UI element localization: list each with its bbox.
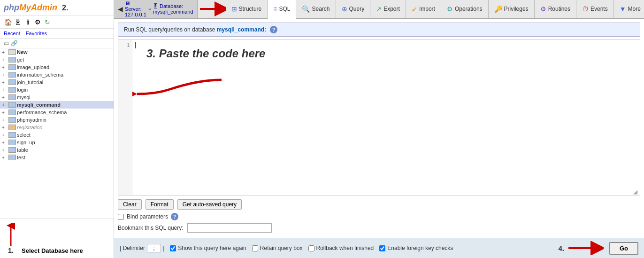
home-icon[interactable]: 🏠 bbox=[4, 18, 12, 26]
info-icon[interactable]: ℹ bbox=[23, 18, 32, 26]
query-header-text: Run SQL query/queries on database mysqli… bbox=[124, 26, 266, 33]
sidebar-icon-bar: 🏠 🗄 ℹ ⚙ ↻ bbox=[0, 16, 114, 29]
clear-button[interactable]: Clear bbox=[118, 199, 142, 210]
database-list: + New + get + image_upload + information… bbox=[0, 48, 114, 161]
server-text: Server: 127.0.0.1 bbox=[125, 6, 146, 17]
delimiter-open-bracket: [ Delimiter bbox=[120, 245, 145, 251]
select-db-text: Select Database here bbox=[22, 247, 83, 254]
tab-privileges-label: Privileges bbox=[504, 6, 529, 12]
tab-events-label: Events bbox=[590, 6, 608, 12]
structure-icon: ⊞ bbox=[231, 5, 237, 13]
db-item-mysqli-command[interactable]: + mysqli_command bbox=[0, 101, 114, 109]
tab-sql-label: SQL bbox=[279, 6, 290, 12]
db-icon[interactable]: 🗄 bbox=[14, 18, 22, 26]
arrow-up-icon bbox=[4, 223, 18, 246]
db-item-test[interactable]: + test bbox=[0, 154, 114, 161]
tab-structure-label: Structure bbox=[239, 6, 262, 12]
nav-tabs: ⊞ Structure ≡ SQL 🔍 Search ⊕ Query ↗ bbox=[226, 0, 644, 18]
button-row: Clear Format Get auto-saved query bbox=[118, 197, 640, 211]
top-nav: ◀ 🖥 Server: 127.0.0.1 » 🗄 Database: mysq… bbox=[114, 0, 644, 19]
db-item-image-upload[interactable]: + image_upload bbox=[0, 63, 114, 71]
main-area: ◀ 🖥 Server: 127.0.0.1 » 🗄 Database: mysq… bbox=[114, 0, 644, 258]
tab-query-label: Query bbox=[349, 6, 365, 12]
recent-favorites-bar: Recent Favorites bbox=[0, 29, 114, 39]
bottom-bar: [ Delimiter ] Show this query here again… bbox=[114, 238, 644, 258]
nav-breadcrumb-area: ◀ 🖥 Server: 127.0.0.1 » 🗄 Database: mysq… bbox=[114, 0, 198, 18]
db-item-registration[interactable]: + registration bbox=[0, 124, 114, 131]
nav-back-button[interactable]: ◀ bbox=[118, 5, 123, 13]
tab-more[interactable]: ▼ More bbox=[614, 0, 644, 18]
more-icon: ▼ bbox=[620, 5, 626, 13]
events-icon: ⏱ bbox=[582, 5, 589, 13]
tab-events[interactable]: ⏱ Events bbox=[576, 0, 614, 18]
tab-import[interactable]: ↙ Import bbox=[406, 0, 441, 18]
delimiter-input[interactable] bbox=[147, 244, 161, 252]
db-item-information-schema[interactable]: + information_schema bbox=[0, 71, 114, 78]
tab-routines[interactable]: ⚙ Routines bbox=[535, 0, 576, 18]
sidebar-annotation: 1. Select Database here bbox=[0, 219, 114, 258]
collapse-icon[interactable]: ▭ bbox=[4, 40, 9, 47]
db-item-sign-up[interactable]: + sign_up bbox=[0, 139, 114, 146]
db-item-phpmyadmin[interactable]: + phpmyadmin bbox=[0, 116, 114, 124]
resize-handle[interactable] bbox=[633, 188, 640, 195]
auto-save-button[interactable]: Get auto-saved query bbox=[177, 199, 242, 210]
settings-icon[interactable]: ⚙ bbox=[33, 18, 42, 26]
query-header: Run SQL query/queries on database mysqli… bbox=[118, 23, 640, 37]
favorites-link[interactable]: Favorites bbox=[26, 31, 47, 36]
tab-export-label: Export bbox=[383, 6, 400, 12]
bookmark-input[interactable] bbox=[187, 223, 272, 233]
db-item-login[interactable]: + login bbox=[0, 86, 114, 94]
search-icon: 🔍 bbox=[302, 5, 310, 13]
import-icon: ↙ bbox=[412, 5, 417, 13]
sidebar-toolbar: ▭ 🔗 bbox=[0, 39, 114, 48]
tab-query[interactable]: ⊕ Query bbox=[336, 0, 371, 18]
foreign-key-label: Enable foreign key checks bbox=[387, 245, 453, 251]
arrow-right-icon bbox=[198, 0, 226, 18]
delimiter-group: [ Delimiter ] bbox=[120, 244, 164, 252]
export-icon: ↗ bbox=[376, 5, 382, 13]
db-item-get[interactable]: + get bbox=[0, 56, 114, 63]
db-item-performance-schema[interactable]: + performance_schema bbox=[0, 109, 114, 116]
breadcrumb: 🖥 Server: 127.0.0.1 » 🗄 Database: mysqli… bbox=[125, 0, 193, 17]
annotation-4-badge: 4. bbox=[558, 244, 564, 252]
bind-params-help-icon[interactable]: ? bbox=[171, 213, 178, 220]
tab-export[interactable]: ↗ Export bbox=[370, 0, 406, 18]
tab-privileges[interactable]: 🔑 Privileges bbox=[489, 0, 535, 18]
go-button[interactable]: Go bbox=[609, 242, 638, 255]
db-item-new[interactable]: + New bbox=[0, 48, 114, 56]
refresh-icon[interactable]: ↻ bbox=[43, 18, 52, 26]
server-link[interactable]: 🖥 Server: 127.0.0.1 bbox=[125, 0, 146, 17]
format-button[interactable]: Format bbox=[146, 199, 174, 210]
db-item-join-tutorial[interactable]: + join_tutorial bbox=[0, 78, 114, 86]
arrow-to-go-icon bbox=[566, 241, 604, 255]
show-query-checkbox[interactable] bbox=[170, 245, 176, 251]
link-icon[interactable]: 🔗 bbox=[11, 40, 18, 47]
rollback-group: Rollback when finished bbox=[308, 245, 374, 251]
sidebar: phpMyAdmin 2. 🏠 🗄 ℹ ⚙ ↻ Recent Favorites… bbox=[0, 0, 114, 258]
bookmark-label: Bookmark this SQL query: bbox=[118, 225, 184, 231]
tab-search[interactable]: 🔍 Search bbox=[296, 0, 336, 18]
sidebar-header: phpMyAdmin 2. bbox=[0, 0, 114, 16]
operations-icon: ⚙ bbox=[447, 5, 453, 13]
tab-operations[interactable]: ⚙ Operations bbox=[441, 0, 489, 18]
sql-icon: ≡ bbox=[273, 5, 277, 13]
show-query-label: Show this query here again bbox=[178, 245, 246, 251]
tab-sql[interactable]: ≡ SQL bbox=[268, 0, 296, 19]
phpmyadmin-logo: phpMyAdmin bbox=[4, 3, 57, 13]
text-cursor bbox=[135, 42, 136, 48]
retain-box-checkbox[interactable] bbox=[252, 245, 258, 251]
foreign-key-checkbox[interactable] bbox=[379, 245, 385, 251]
annotation-4-container: 4. bbox=[558, 241, 604, 255]
tab-structure[interactable]: ⊞ Structure bbox=[226, 0, 268, 18]
db-item-table[interactable]: + table bbox=[0, 146, 114, 154]
sql-editor[interactable] bbox=[132, 40, 640, 195]
recent-link[interactable]: Recent bbox=[4, 31, 20, 36]
db-item-mysql[interactable]: + mysql bbox=[0, 94, 114, 101]
db-item-select[interactable]: + select bbox=[0, 131, 114, 139]
help-icon[interactable]: ? bbox=[270, 26, 277, 33]
bind-params-checkbox[interactable] bbox=[118, 214, 124, 220]
content-area: Run SQL query/queries on database mysqli… bbox=[114, 19, 644, 238]
query-db-name: mysqli_command: bbox=[217, 26, 266, 33]
database-link[interactable]: 🗄 Database: mysqli_command bbox=[153, 3, 193, 15]
rollback-checkbox[interactable] bbox=[308, 245, 314, 251]
